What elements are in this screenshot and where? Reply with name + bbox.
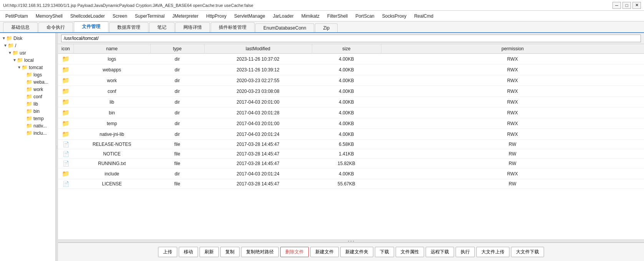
menu-item-socksproxy[interactable]: SocksProxy bbox=[378, 12, 410, 20]
toolbar-btn-上传[interactable]: 上传 bbox=[158, 247, 177, 257]
toolbar-btn-刷新[interactable]: 刷新 bbox=[200, 247, 219, 257]
menu-item-jarloader[interactable]: JarLoader bbox=[269, 12, 298, 20]
nav-tab-0[interactable]: 基础信息 bbox=[3, 22, 38, 32]
toolbar-btn-大文件上传[interactable]: 大文件上传 bbox=[476, 247, 509, 257]
col-lastmodified[interactable]: lastModified bbox=[204, 44, 312, 54]
table-row[interactable]: 📄RELEASE-NOTESfile2017-03-28 14:45:476.5… bbox=[58, 140, 644, 149]
col-type[interactable]: type bbox=[150, 44, 204, 54]
toolbar-btn-执行[interactable]: 执行 bbox=[456, 247, 475, 257]
sidebar-item-local[interactable]: ▼📁local bbox=[0, 56, 55, 64]
sidebar-item-work[interactable]: 📁work bbox=[0, 86, 55, 93]
table-row[interactable]: 📁libdir2017-04-03 20:01:004.00KBRWX bbox=[58, 97, 644, 107]
toolbar-btn-新建文件[interactable]: 新建文件 bbox=[310, 247, 339, 257]
menu-item-filtershell[interactable]: FilterShell bbox=[323, 12, 351, 20]
menubar: PetitPotamMemoryShellShellcodeLoaderScre… bbox=[0, 11, 644, 21]
table-row[interactable]: 📄NOTICEfile2017-03-28 14:45:471.41KBRW bbox=[58, 149, 644, 159]
toolbar-btn-删除文件[interactable]: 删除文件 bbox=[280, 247, 309, 257]
col-name[interactable]: name bbox=[73, 44, 150, 54]
sidebar-item-bin[interactable]: 📁bin bbox=[0, 107, 55, 115]
nav-tab-5[interactable]: 网络详情 bbox=[175, 22, 210, 32]
menu-item-screen[interactable]: Screen bbox=[109, 12, 131, 20]
toggle-slash: ▼ bbox=[3, 43, 8, 48]
table-row[interactable]: 📁bindir2017-04-03 20:01:284.00KBRWX bbox=[58, 107, 644, 118]
nav-tab-3[interactable]: 数据库管理 bbox=[109, 22, 148, 32]
col-size[interactable]: size bbox=[312, 44, 381, 54]
toolbar-btn-下载[interactable]: 下载 bbox=[375, 247, 394, 257]
table-row[interactable]: 📁workdir2020-03-23 02:27:554.00KBRWX bbox=[58, 75, 644, 86]
table-row[interactable]: 📁confdir2020-03-23 03:08:084.00KBRWX bbox=[58, 86, 644, 97]
nav-tab-7[interactable]: EnumDatabaseConn bbox=[255, 23, 314, 32]
table-row[interactable]: 📁includedir2017-04-03 20:01:244.00KBRWX bbox=[58, 168, 644, 179]
sidebar-item-slash[interactable]: ▼📁/ bbox=[0, 42, 55, 49]
maximize-button[interactable]: □ bbox=[622, 2, 631, 9]
table-row[interactable]: 📄LICENSEfile2017-03-28 14:45:4755.67KBRW bbox=[58, 179, 644, 189]
folder-icon-slash: 📁 bbox=[8, 43, 14, 48]
horizontal-divider[interactable]: • • • bbox=[58, 240, 644, 243]
menu-item-portscan[interactable]: PortScan bbox=[351, 12, 378, 20]
nav-tab-6[interactable]: 插件标签管理 bbox=[211, 22, 255, 32]
file-modified-cell: 2023-11-26 10:37:02 bbox=[204, 54, 312, 64]
sidebar-item-native[interactable]: 📁nativ... bbox=[0, 122, 55, 129]
sidebar-item-usr[interactable]: ▼📁usr bbox=[0, 49, 55, 56]
menu-item-petitpotam[interactable]: PetitPotam bbox=[2, 12, 32, 20]
sidebar-item-logs[interactable]: 📁logs bbox=[0, 71, 55, 78]
sidebar-item-include[interactable]: 📁inclu... bbox=[0, 129, 55, 137]
sidebar-item-disk[interactable]: ▼📁Disk bbox=[0, 35, 55, 42]
table-row[interactable]: 📄RUNNING.txtfile2017-03-28 14:45:4715.82… bbox=[58, 159, 644, 168]
file-icon-cell: 📁 bbox=[58, 168, 73, 179]
nav-tab-4[interactable]: 笔记 bbox=[149, 22, 175, 32]
table-row[interactable]: 📁logsdir2023-11-26 10:37:024.00KBRWX bbox=[58, 54, 644, 64]
close-button[interactable]: ✕ bbox=[632, 2, 641, 9]
col-permission[interactable]: permission bbox=[381, 44, 644, 54]
sidebar-item-webapps[interactable]: 📁weba... bbox=[0, 78, 55, 86]
menu-item-memoryshell[interactable]: MemoryShell bbox=[32, 12, 67, 20]
sidebar-item-conf[interactable]: 📁conf bbox=[0, 93, 55, 100]
sidebar-item-temp[interactable]: 📁temp bbox=[0, 115, 55, 122]
menu-item-servletmanage[interactable]: ServletManage bbox=[230, 12, 269, 20]
col-icon[interactable]: icon bbox=[58, 44, 73, 54]
file-permission-cell: RWX bbox=[381, 97, 644, 107]
toolbar-btn-复制绝对路径[interactable]: 复制绝对路径 bbox=[241, 247, 279, 257]
file-table-body: 📁logsdir2023-11-26 10:37:024.00KBRWX📁web… bbox=[58, 54, 644, 189]
file-icon-cell: 📄 bbox=[58, 179, 73, 189]
nav-tab-8[interactable]: Zip bbox=[315, 23, 338, 32]
file-icon-cell: 📁 bbox=[58, 107, 73, 118]
file-size-cell: 4.00KB bbox=[312, 64, 381, 75]
file-icon-cell: 📁 bbox=[58, 75, 73, 86]
menu-item-mimikatz[interactable]: Mimikatz bbox=[298, 12, 323, 20]
toolbar-btn-新建文件夹[interactable]: 新建文件夹 bbox=[340, 247, 373, 257]
table-row[interactable]: 📁native-jni-libdir2017-04-03 20:01:244.0… bbox=[58, 129, 644, 140]
nav-tab-2[interactable]: 文件管理 bbox=[74, 21, 108, 32]
file-name-cell: conf bbox=[73, 86, 150, 97]
menu-item-shellcodeloader[interactable]: ShellcodeLoader bbox=[67, 12, 109, 20]
folder-icon-usr: 📁 bbox=[12, 50, 18, 56]
sidebar-label-native: nativ... bbox=[33, 123, 47, 129]
toolbar-btn-文件属性[interactable]: 文件属性 bbox=[396, 247, 424, 257]
file-size-cell: 1.41KB bbox=[312, 149, 381, 159]
sidebar-label-usr: usr bbox=[20, 50, 26, 56]
toolbar-btn-复制[interactable]: 复制 bbox=[220, 247, 240, 257]
nav-tab-1[interactable]: 命令执行 bbox=[38, 22, 73, 32]
path-input[interactable] bbox=[61, 35, 641, 42]
file-permission-cell: RWX bbox=[381, 168, 644, 179]
menu-item-jmeterpreter[interactable]: JMeterpreter bbox=[168, 12, 202, 20]
folder-icon: 📁 bbox=[62, 131, 70, 137]
minimize-button[interactable]: ─ bbox=[612, 2, 621, 9]
sidebar-tree[interactable]: ▼📁Disk▼📁/▼📁usr▼📁local▼📁tomcat📁logs📁weba.… bbox=[0, 33, 56, 261]
menu-item-realcmd[interactable]: RealCmd bbox=[410, 12, 437, 20]
sidebar-item-lib[interactable]: 📁lib bbox=[0, 100, 55, 107]
file-icon: 📄 bbox=[63, 160, 69, 167]
file-name-cell: NOTICE bbox=[73, 149, 150, 159]
file-name-cell: work bbox=[73, 75, 150, 86]
toolbar-btn-大文件下载[interactable]: 大文件下载 bbox=[511, 247, 544, 257]
menu-item-superterminal[interactable]: SuperTerminal bbox=[131, 12, 168, 20]
sidebar-label-local: local bbox=[24, 58, 34, 63]
table-row[interactable]: 📁tempdir2017-04-03 20:01:004.00KBRWX bbox=[58, 118, 644, 129]
file-table-container[interactable]: icon name type lastModified size permiss… bbox=[58, 44, 644, 240]
table-row[interactable]: 📁webappsdir2023-11-26 10:39:124.00KBRWX bbox=[58, 64, 644, 75]
menu-item-httpproxy[interactable]: HttpProxy bbox=[202, 12, 230, 20]
file-size-cell: 4.00KB bbox=[312, 168, 381, 179]
sidebar-item-tomcat[interactable]: ▼📁tomcat bbox=[0, 64, 55, 71]
toolbar-btn-移动[interactable]: 移动 bbox=[179, 247, 198, 257]
toolbar-btn-远程下载[interactable]: 远程下载 bbox=[426, 247, 454, 257]
